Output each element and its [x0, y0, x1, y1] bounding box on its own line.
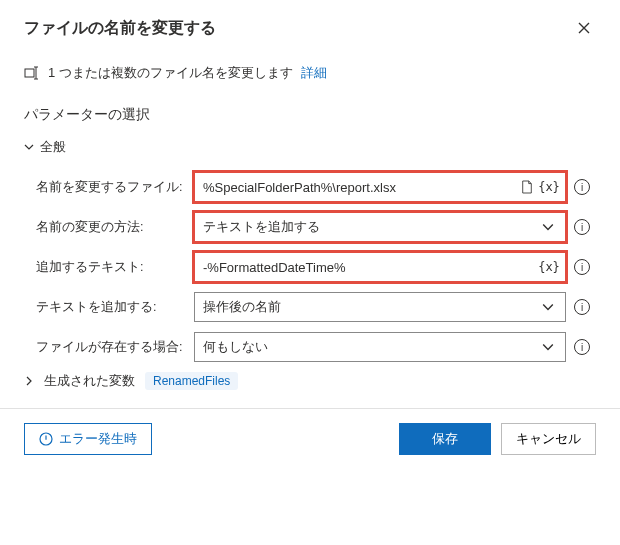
select-add-position[interactable]: 操作後の名前: [194, 292, 566, 322]
dialog-title: ファイルの名前を変更する: [24, 18, 572, 39]
select-if-exists[interactable]: 何もしない: [194, 332, 566, 362]
label-add-position: テキストを追加する:: [36, 299, 186, 316]
variable-picker-icon[interactable]: {x}: [541, 259, 557, 275]
generated-vars-label: 生成された変数: [44, 372, 135, 390]
file-picker-icon[interactable]: [519, 179, 535, 195]
select-method-value: テキストを追加する: [203, 218, 539, 236]
label-if-exists: ファイルが存在する場合:: [36, 339, 186, 356]
rename-icon: [24, 65, 40, 81]
select-rename-method[interactable]: テキストを追加する: [194, 212, 566, 242]
save-button[interactable]: 保存: [399, 423, 491, 455]
chevron-down-icon: [539, 301, 557, 313]
input-file-to-rename[interactable]: %SpecialFolderPath%\report.xlsx {x}: [194, 172, 566, 202]
general-section-toggle[interactable]: 全般: [24, 138, 596, 156]
help-icon-exists[interactable]: i: [574, 339, 590, 355]
chevron-down-icon: [539, 341, 557, 353]
select-position-value: 操作後の名前: [203, 298, 539, 316]
general-section-label: 全般: [40, 138, 66, 156]
params-section-title: パラメーターの選択: [24, 106, 596, 124]
cancel-button[interactable]: キャンセル: [501, 423, 596, 455]
input-text-value: -%FormattedDateTime%: [203, 260, 541, 275]
chevron-right-icon: [24, 376, 34, 386]
label-file-to-rename: 名前を変更するファイル:: [36, 179, 186, 196]
info-text: 1 つまたは複数のファイル名を変更します: [48, 64, 293, 82]
on-error-button[interactable]: エラー発生時: [24, 423, 152, 455]
info-details-link[interactable]: 詳細: [301, 64, 327, 82]
help-icon-text[interactable]: i: [574, 259, 590, 275]
input-file-value: %SpecialFolderPath%\report.xlsx: [203, 180, 519, 195]
help-icon-position[interactable]: i: [574, 299, 590, 315]
select-exists-value: 何もしない: [203, 338, 539, 356]
generated-var-badge[interactable]: RenamedFiles: [145, 372, 238, 390]
info-bar: 1 つまたは複数のファイル名を変更します 詳細: [24, 58, 596, 96]
label-text-to-add: 追加するテキスト:: [36, 259, 186, 276]
close-button[interactable]: [572, 16, 596, 40]
chevron-down-icon: [539, 221, 557, 233]
on-error-label: エラー発生時: [59, 430, 137, 448]
help-icon-file[interactable]: i: [574, 179, 590, 195]
label-rename-method: 名前の変更の方法:: [36, 219, 186, 236]
warning-icon: [39, 432, 53, 446]
input-text-to-add[interactable]: -%FormattedDateTime% {x}: [194, 252, 566, 282]
svg-rect-0: [25, 69, 34, 77]
generated-vars-toggle[interactable]: 生成された変数 RenamedFiles: [24, 372, 596, 390]
chevron-down-icon: [24, 142, 34, 152]
variable-picker-icon[interactable]: {x}: [541, 179, 557, 195]
help-icon-method[interactable]: i: [574, 219, 590, 235]
close-icon: [578, 22, 590, 34]
